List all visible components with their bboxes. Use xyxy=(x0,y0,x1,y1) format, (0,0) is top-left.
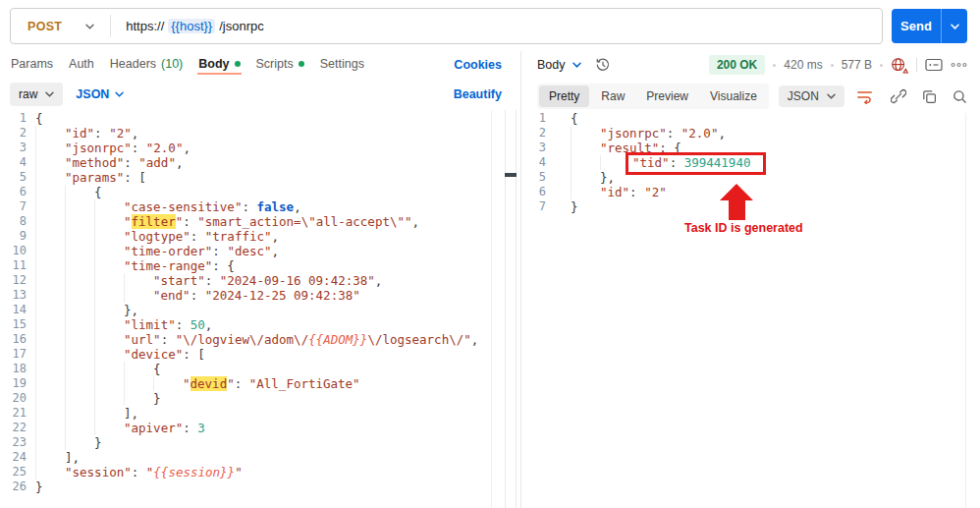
tab-auth[interactable]: Auth xyxy=(68,55,95,75)
line-content[interactable]: ], xyxy=(35,406,138,421)
tab-params[interactable]: Params xyxy=(10,55,54,75)
body-type-selector[interactable]: raw xyxy=(10,83,63,106)
tab-scripts[interactable]: Scripts xyxy=(255,55,305,75)
globe-warning-icon[interactable] xyxy=(891,57,908,74)
cookies-link[interactable]: Cookies xyxy=(454,58,502,72)
scrollbar-thumb[interactable] xyxy=(505,173,517,177)
send-options-button[interactable] xyxy=(942,9,967,43)
code-line[interactable]: 8"filter": "smart_action=\"all-accept\""… xyxy=(0,214,491,229)
unsaved-dot xyxy=(299,61,304,67)
search-icon[interactable] xyxy=(953,89,967,104)
line-content[interactable]: "params": [ xyxy=(35,170,146,185)
url-input[interactable]: https:// {{host}} /jsonrpc xyxy=(126,19,264,33)
line-content[interactable]: "jsonrpc": "2.0", xyxy=(35,141,191,155)
code-line[interactable]: 7"case-sensitive": false, xyxy=(0,199,491,214)
code-line[interactable]: 20} xyxy=(0,391,491,406)
code-line[interactable]: 14}, xyxy=(0,303,491,317)
line-content[interactable]: ], xyxy=(35,450,80,465)
copy-icon[interactable] xyxy=(922,89,937,104)
network-info-icon[interactable] xyxy=(925,58,943,72)
view-tab-raw[interactable]: Raw xyxy=(591,85,634,107)
line-content[interactable]: "start": "2024-09-16 09:42:38", xyxy=(35,273,382,288)
code-line[interactable]: 2"id": "2", xyxy=(0,126,491,141)
history-icon[interactable] xyxy=(595,57,611,73)
token-pun: , xyxy=(718,126,726,141)
body-type-label: raw xyxy=(19,87,37,101)
indent-guide xyxy=(65,185,94,199)
line-content[interactable]: "method": "add", xyxy=(35,155,183,170)
code-line[interactable]: 5"params": [ xyxy=(0,170,491,185)
scrollbar-track[interactable] xyxy=(505,110,517,508)
code-line: 2"jsonrpc": "2.0", xyxy=(525,126,965,141)
code-line[interactable]: 12"start": "2024-09-16 09:42:38", xyxy=(0,273,491,288)
view-tab-pretty[interactable]: Pretty xyxy=(539,85,589,107)
line-content[interactable]: "devid": "All_FortiGate" xyxy=(35,376,360,391)
host-variable[interactable]: {{host}} xyxy=(168,19,215,33)
line-content[interactable]: } xyxy=(35,435,102,450)
more-options-icon[interactable] xyxy=(951,62,967,68)
code-line[interactable]: 10"time-order": "desc", xyxy=(0,244,491,258)
line-content[interactable]: }, xyxy=(35,303,138,317)
code-line[interactable]: 3"jsonrpc": "2.0", xyxy=(0,141,491,155)
line-content[interactable]: "time-order": "desc", xyxy=(35,244,279,258)
response-language-selector[interactable]: JSON xyxy=(779,85,844,107)
line-content[interactable]: "filter": "smart_action=\"all-accept\"", xyxy=(35,214,419,229)
send-button[interactable]: Send xyxy=(892,9,942,43)
code-line[interactable]: 11"time-range": { xyxy=(0,258,491,273)
code-line[interactable]: 22"apiver": 3 xyxy=(0,421,491,435)
wrap-text-icon[interactable] xyxy=(856,89,873,104)
line-content[interactable]: "limit": 50, xyxy=(35,317,212,332)
tab-settings[interactable]: Settings xyxy=(319,55,365,75)
line-content[interactable]: "id": "2", xyxy=(35,126,138,141)
code-line[interactable]: 26} xyxy=(0,480,491,494)
line-content[interactable]: "end": "2024-12-25 09:42:38" xyxy=(35,288,360,303)
tab-body[interactable]: Body xyxy=(197,55,241,75)
code-line[interactable]: 13"end": "2024-12-25 09:42:38" xyxy=(0,288,491,303)
line-content[interactable]: { xyxy=(35,362,161,376)
view-tab-visualize[interactable]: Visualize xyxy=(700,85,767,107)
link-icon[interactable] xyxy=(891,88,906,104)
token-num: 3 xyxy=(197,421,205,435)
language-selector[interactable]: JSON xyxy=(76,87,124,101)
code-line[interactable]: 15"limit": 50, xyxy=(0,317,491,332)
chevron-down-icon[interactable] xyxy=(85,24,94,29)
line-content[interactable]: "device": [ xyxy=(35,347,205,362)
token-pun: } xyxy=(35,480,43,494)
line-content[interactable]: "time-range": { xyxy=(35,258,235,273)
line-content[interactable]: { xyxy=(35,185,102,199)
code-line[interactable]: 23} xyxy=(0,435,491,450)
line-content[interactable]: "session": "{{session}}" xyxy=(35,465,243,480)
token-red: \/logsearch\/" xyxy=(367,332,470,347)
indent-guide xyxy=(94,199,124,214)
code-line[interactable]: 24], xyxy=(0,450,491,465)
dot-separator xyxy=(880,64,883,67)
line-content[interactable]: "case-sensitive": false, xyxy=(35,199,301,214)
line-content[interactable]: } xyxy=(35,480,43,494)
indent-guide xyxy=(94,406,124,421)
code-line[interactable]: 19"devid": "All_FortiGate" xyxy=(0,376,491,391)
code-line[interactable]: 17"device": [ xyxy=(0,347,491,362)
line-content[interactable]: } xyxy=(35,391,161,406)
method-selector[interactable]: POST xyxy=(27,20,62,33)
code-line[interactable]: 4"method": "add", xyxy=(0,155,491,170)
code-line[interactable]: 18{ xyxy=(0,362,491,376)
code-line[interactable]: 6{ xyxy=(0,185,491,199)
beautify-link[interactable]: Beautify xyxy=(454,87,502,101)
line-content[interactable]: { xyxy=(35,111,43,126)
token-pun: : [ xyxy=(183,347,205,362)
line-content[interactable]: "logtype": "traffic", xyxy=(35,229,279,244)
code-line[interactable]: 25"session": "{{session}}" xyxy=(0,465,491,480)
code-line[interactable]: 1{ xyxy=(0,111,491,126)
code-line[interactable]: 9"logtype": "traffic", xyxy=(0,229,491,244)
token-pun: : xyxy=(132,465,146,480)
code-line[interactable]: 16"url": "\/logview\/adom\/{{ADOM}}\/log… xyxy=(0,332,491,347)
tab-headers[interactable]: Headers(10) xyxy=(109,55,184,75)
request-body-editor[interactable]: 1{2"id": "2",3"jsonrpc": "2.0",4"method"… xyxy=(0,111,491,494)
code-line[interactable]: 21], xyxy=(0,406,491,421)
indent-guide xyxy=(571,126,600,141)
token-red: "params" xyxy=(65,170,124,185)
line-content[interactable]: "apiver": 3 xyxy=(35,421,205,435)
line-content[interactable]: "url": "\/logview\/adom\/{{ADOM}}\/logse… xyxy=(35,332,478,347)
response-body-selector[interactable]: Body xyxy=(537,58,581,72)
view-tab-preview[interactable]: Preview xyxy=(636,85,698,107)
